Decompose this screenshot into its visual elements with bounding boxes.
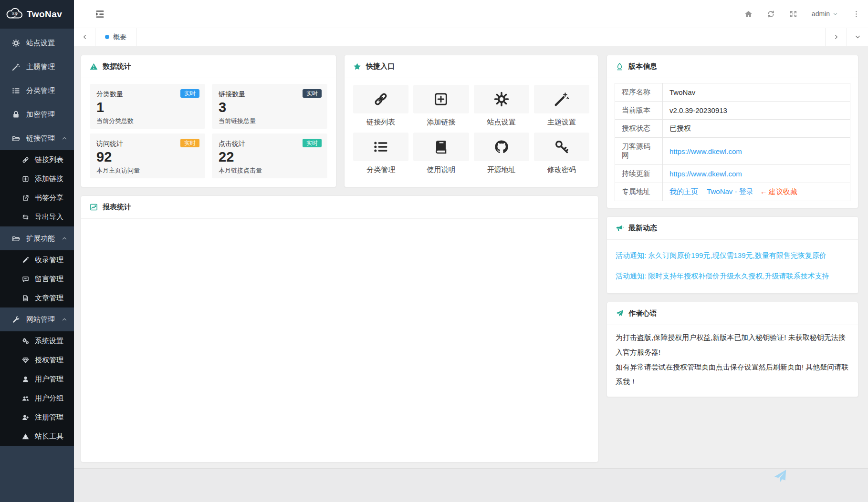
paper-plane-icon [616, 309, 624, 318]
sidebar-toggle-icon[interactable] [95, 9, 105, 19]
sidebar-item-registration-management[interactable]: 注册管理 [0, 408, 74, 427]
sidebar-item-bookmark-share[interactable]: 书签分享 [0, 188, 74, 207]
app-title: TwoNav [27, 9, 62, 20]
quick-open-source[interactable]: 开源地址 [474, 133, 529, 174]
quick-change-password[interactable]: 修改密码 [534, 133, 589, 174]
sidebar-item-inclusion-management[interactable]: 收录管理 [0, 250, 74, 269]
table-row: 持续更新 https://www.dkewl.com [615, 165, 850, 183]
tab-overview[interactable]: 概要 [95, 28, 136, 46]
sidebar-item-webmaster-tools[interactable]: 站长工具 [0, 427, 74, 446]
wrench-icon [12, 316, 20, 324]
tabbar: 概要 [74, 28, 868, 46]
sidebar-item-system-settings[interactable]: 系统设置 [0, 331, 74, 350]
fullscreen-icon[interactable] [789, 10, 797, 18]
tabs-scroll-left[interactable] [74, 28, 95, 46]
submenu-website-management: 系统设置 授权管理 用户管理 用户分组 注册管理 [0, 331, 74, 446]
card-title: 数据统计 [103, 62, 131, 71]
wand-icon [12, 63, 20, 71]
card-title: 版本信息 [628, 62, 657, 71]
tabs-scroll-right[interactable] [825, 28, 847, 46]
key-icon [554, 139, 569, 154]
submenu-extended-features: 收录管理 留言管理 文章管理 [0, 250, 74, 307]
pen-icon [22, 256, 29, 264]
stat-value: 1 [96, 99, 199, 116]
news-item[interactable]: 活动通知: 限时支持年授权补偿价升级永久授权,升级请联系技术支持 [616, 272, 849, 281]
stats-grid: 分类数量 1 当前分类总数 实时 链接数量 3 当前链接总量 实时 [81, 78, 336, 187]
sidebar-item-category-management[interactable]: 分类管理 [0, 79, 74, 102]
link-icon [373, 92, 388, 107]
comment-icon [22, 276, 29, 283]
main-area: admin 概要 [74, 0, 868, 502]
tabs-menu[interactable] [847, 28, 868, 46]
quick-category-management[interactable]: 分类管理 [353, 133, 408, 174]
gear-icon [494, 92, 509, 107]
more-menu-icon[interactable] [852, 10, 860, 18]
news-item[interactable]: 活动通知: 永久订阅原价199元,现仅需139元,数量有限售完恢复原价 [616, 251, 849, 260]
sidebar-item-message-management[interactable]: 留言管理 [0, 269, 74, 288]
card-header: 报表统计 [81, 196, 598, 219]
content-left-column: 数据统计 分类数量 1 当前分类总数 实时 链接数量 3 [81, 55, 598, 502]
realtime-badge: 实时 [180, 89, 199, 98]
app-logo[interactable]: 落霞 TwoNav [0, 0, 74, 29]
realtime-badge: 实时 [303, 89, 322, 98]
quick-link-list[interactable]: 链接列表 [353, 85, 408, 127]
table-row: 刀客源码网 https://www.dkewl.com [615, 138, 850, 165]
book-icon [433, 139, 449, 154]
card-header: 最新动态 [607, 217, 858, 240]
dkewl-link[interactable]: https://www.dkewl.com [669, 170, 742, 178]
login-link[interactable]: TwoNav - 登录 [707, 187, 753, 195]
left-arrow-icon: ← [760, 187, 767, 195]
sidebar-menu: 站点设置 主题管理 分类管理 加密管理 链接管理 [0, 29, 74, 502]
quick-user-manual[interactable]: 使用说明 [413, 133, 469, 174]
sidebar-item-theme-management[interactable]: 主题管理 [0, 55, 74, 79]
plus-square-icon [22, 175, 29, 183]
star-icon [353, 62, 361, 71]
floating-plane-widget[interactable] [773, 469, 789, 485]
link-icon [22, 156, 29, 164]
wand-icon [554, 92, 569, 107]
sidebar-item-user-groups[interactable]: 用户分组 [0, 389, 74, 408]
quick-site-settings[interactable]: 站点设置 [474, 85, 529, 127]
folder-icon [12, 134, 20, 143]
sidebar-item-authorization-management[interactable]: 授权管理 [0, 350, 74, 369]
sidebar-item-link-list[interactable]: 链接列表 [0, 150, 74, 169]
app-root: 落霞 TwoNav 站点设置 主题管理 分类管理 加密管理 链接管理 [0, 0, 868, 502]
file-icon [22, 295, 29, 302]
sidebar-item-encryption-management[interactable]: 加密管理 [0, 102, 74, 126]
data-statistics-card: 数据统计 分类数量 1 当前分类总数 实时 链接数量 3 [81, 55, 336, 187]
news-list: 活动通知: 永久订阅原价199元,现仅需139元,数量有限售完恢复原价 活动通知… [607, 240, 858, 293]
sidebar-item-website-management[interactable]: 网站管理 [0, 307, 74, 331]
list-icon [12, 87, 20, 95]
table-row: 当前版本 v2.0.39-20230913 [615, 102, 850, 120]
sidebar-item-add-link[interactable]: 添加链接 [0, 169, 74, 188]
sidebar-item-article-management[interactable]: 文章管理 [0, 288, 74, 307]
sidebar: 落霞 TwoNav 站点设置 主题管理 分类管理 加密管理 链接管理 [0, 0, 74, 502]
sidebar-item-user-management[interactable]: 用户管理 [0, 369, 74, 389]
dkewl-link[interactable]: https://www.dkewl.com [669, 147, 742, 155]
latest-news-card: 最新动态 活动通知: 永久订阅原价199元,现仅需139元,数量有限售完恢复原价… [607, 216, 858, 294]
gem-icon [22, 357, 29, 364]
sidebar-item-site-settings[interactable]: 站点设置 [0, 31, 74, 55]
my-homepage-link[interactable]: 我的主页 [669, 187, 698, 195]
chevron-down-icon [833, 11, 838, 17]
sidebar-item-export-import[interactable]: 导出导入 [0, 207, 74, 226]
card-header: 版本信息 [607, 55, 858, 78]
quick-entry-card: 快捷入口 链接列表 添加链接 [344, 55, 598, 187]
home-icon[interactable] [744, 10, 753, 18]
stat-category-count: 分类数量 1 当前分类总数 实时 [90, 84, 205, 129]
content-right-column: 版本信息 程序名称 TwoNav 当前版本 v2.0.39-20230913 [607, 55, 858, 502]
refresh-icon[interactable] [767, 10, 775, 18]
card-header: 快捷入口 [345, 55, 598, 78]
quick-grid: 链接列表 添加链接 站点设置 [345, 78, 598, 182]
realtime-badge: 实时 [303, 139, 322, 147]
users-icon [22, 395, 29, 402]
tabbar-spacer [136, 28, 825, 46]
bookmark-suggestion-note: ←建议收藏 [760, 187, 797, 195]
sidebar-item-extended-features[interactable]: 扩展功能 [0, 226, 74, 250]
quick-theme-settings[interactable]: 主题设置 [534, 85, 589, 127]
sidebar-item-link-management[interactable]: 链接管理 [0, 126, 74, 150]
submenu-link-management: 链接列表 添加链接 书签分享 导出导入 [0, 150, 74, 226]
caret-up-icon [62, 317, 67, 322]
quick-add-link[interactable]: 添加链接 [413, 85, 469, 127]
user-dropdown[interactable]: admin [812, 10, 838, 18]
